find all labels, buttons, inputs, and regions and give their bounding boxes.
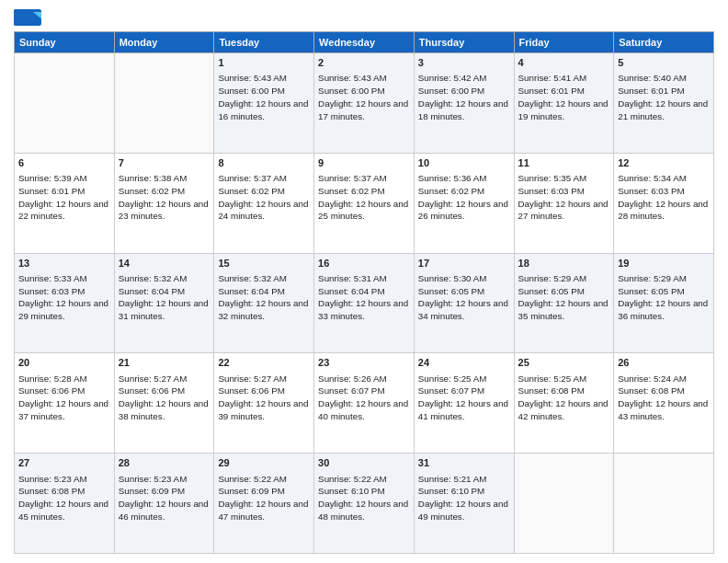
cell-day-number: 9 — [318, 156, 410, 170]
cell-day-number: 12 — [618, 156, 710, 170]
cell-day-number: 7 — [119, 156, 210, 170]
col-saturday: Saturday — [614, 32, 714, 53]
table-row: 15Sunrise: 5:32 AM Sunset: 6:04 PM Dayli… — [214, 253, 314, 353]
cell-day-number: 30 — [318, 456, 410, 470]
header-row: Sunday Monday Tuesday Wednesday Thursday… — [15, 32, 714, 53]
cell-sun-info: Sunrise: 5:25 AM Sunset: 6:08 PM Dayligh… — [518, 373, 610, 423]
cell-sun-info: Sunrise: 5:32 AM Sunset: 6:04 PM Dayligh… — [119, 272, 210, 323]
cell-day-number: 8 — [218, 156, 310, 170]
table-row: 12Sunrise: 5:34 AM Sunset: 6:03 PM Dayli… — [614, 153, 714, 253]
calendar-week-row: 1Sunrise: 5:43 AM Sunset: 6:00 PM Daylig… — [15, 53, 714, 154]
cell-day-number: 25 — [518, 356, 610, 370]
table-row: 29Sunrise: 5:22 AM Sunset: 6:09 PM Dayli… — [214, 454, 314, 554]
table-row: 14Sunrise: 5:32 AM Sunset: 6:04 PM Dayli… — [114, 253, 214, 353]
cell-sun-info: Sunrise: 5:37 AM Sunset: 6:02 PM Dayligh… — [318, 172, 410, 223]
table-row — [614, 454, 714, 554]
cell-sun-info: Sunrise: 5:28 AM Sunset: 6:06 PM Dayligh… — [18, 373, 110, 423]
cell-sun-info: Sunrise: 5:36 AM Sunset: 6:02 PM Dayligh… — [418, 172, 510, 223]
cell-sun-info: Sunrise: 5:23 AM Sunset: 6:08 PM Dayligh… — [18, 473, 110, 523]
calendar-week-row: 6Sunrise: 5:39 AM Sunset: 6:01 PM Daylig… — [15, 153, 714, 253]
col-friday: Friday — [514, 32, 614, 53]
cell-sun-info: Sunrise: 5:26 AM Sunset: 6:07 PM Dayligh… — [318, 373, 410, 423]
cell-day-number: 2 — [318, 56, 410, 70]
table-row: 25Sunrise: 5:25 AM Sunset: 6:08 PM Dayli… — [514, 353, 614, 454]
table-row: 6Sunrise: 5:39 AM Sunset: 6:01 PM Daylig… — [15, 153, 115, 253]
cell-sun-info: Sunrise: 5:24 AM Sunset: 6:08 PM Dayligh… — [618, 373, 710, 423]
cell-day-number: 26 — [618, 356, 710, 370]
cell-day-number: 4 — [518, 56, 610, 70]
col-tuesday: Tuesday — [214, 32, 314, 53]
table-row: 4Sunrise: 5:41 AM Sunset: 6:01 PM Daylig… — [514, 53, 614, 154]
cell-day-number: 24 — [418, 356, 510, 370]
cell-day-number: 31 — [418, 456, 510, 470]
col-sunday: Sunday — [15, 32, 115, 53]
cell-sun-info: Sunrise: 5:42 AM Sunset: 6:00 PM Dayligh… — [418, 72, 510, 122]
calendar-week-row: 27Sunrise: 5:23 AM Sunset: 6:08 PM Dayli… — [15, 454, 714, 554]
cell-sun-info: Sunrise: 5:25 AM Sunset: 6:07 PM Dayligh… — [418, 373, 510, 423]
cell-sun-info: Sunrise: 5:23 AM Sunset: 6:09 PM Dayligh… — [119, 473, 210, 523]
cell-sun-info: Sunrise: 5:34 AM Sunset: 6:03 PM Dayligh… — [618, 172, 710, 223]
table-row — [514, 454, 614, 554]
cell-day-number: 16 — [318, 257, 410, 270]
cell-sun-info: Sunrise: 5:29 AM Sunset: 6:05 PM Dayligh… — [618, 272, 710, 323]
table-row — [114, 53, 214, 154]
cell-day-number: 1 — [218, 56, 310, 70]
table-row: 31Sunrise: 5:21 AM Sunset: 6:10 PM Dayli… — [414, 454, 514, 554]
table-row: 7Sunrise: 5:38 AM Sunset: 6:02 PM Daylig… — [114, 153, 214, 253]
cell-day-number: 14 — [119, 257, 210, 270]
cell-sun-info: Sunrise: 5:40 AM Sunset: 6:01 PM Dayligh… — [618, 72, 710, 122]
cell-day-number: 20 — [18, 356, 110, 370]
col-monday: Monday — [114, 32, 214, 53]
cell-day-number: 5 — [618, 56, 710, 70]
cell-day-number: 11 — [518, 156, 610, 170]
cell-day-number: 29 — [218, 456, 310, 470]
cell-day-number: 13 — [18, 257, 110, 270]
cell-day-number: 15 — [218, 257, 310, 270]
cell-sun-info: Sunrise: 5:27 AM Sunset: 6:06 PM Dayligh… — [218, 373, 310, 423]
table-row: 20Sunrise: 5:28 AM Sunset: 6:06 PM Dayli… — [15, 353, 115, 454]
cell-day-number: 6 — [18, 156, 110, 170]
cell-sun-info: Sunrise: 5:38 AM Sunset: 6:02 PM Dayligh… — [119, 172, 210, 223]
table-row: 24Sunrise: 5:25 AM Sunset: 6:07 PM Dayli… — [414, 353, 514, 454]
cell-sun-info: Sunrise: 5:39 AM Sunset: 6:01 PM Dayligh… — [18, 172, 110, 223]
cell-sun-info: Sunrise: 5:22 AM Sunset: 6:10 PM Dayligh… — [318, 473, 410, 523]
table-row — [15, 53, 115, 154]
table-row: 2Sunrise: 5:43 AM Sunset: 6:00 PM Daylig… — [314, 53, 415, 154]
table-row: 11Sunrise: 5:35 AM Sunset: 6:03 PM Dayli… — [514, 153, 614, 253]
svg-rect-2 — [14, 9, 32, 26]
calendar-week-row: 13Sunrise: 5:33 AM Sunset: 6:03 PM Dayli… — [15, 253, 714, 353]
logo — [14, 9, 45, 26]
cell-day-number: 27 — [18, 456, 110, 470]
cell-sun-info: Sunrise: 5:30 AM Sunset: 6:05 PM Dayligh… — [418, 272, 510, 323]
cell-sun-info: Sunrise: 5:27 AM Sunset: 6:06 PM Dayligh… — [119, 373, 210, 423]
cell-day-number: 17 — [418, 257, 510, 270]
table-row: 5Sunrise: 5:40 AM Sunset: 6:01 PM Daylig… — [614, 53, 714, 154]
cell-sun-info: Sunrise: 5:32 AM Sunset: 6:04 PM Dayligh… — [218, 272, 310, 323]
table-row: 23Sunrise: 5:26 AM Sunset: 6:07 PM Dayli… — [314, 353, 415, 454]
cell-sun-info: Sunrise: 5:35 AM Sunset: 6:03 PM Dayligh… — [518, 172, 610, 223]
table-row: 18Sunrise: 5:29 AM Sunset: 6:05 PM Dayli… — [514, 253, 614, 353]
cell-sun-info: Sunrise: 5:43 AM Sunset: 6:00 PM Dayligh… — [318, 72, 410, 122]
table-row: 19Sunrise: 5:29 AM Sunset: 6:05 PM Dayli… — [614, 253, 714, 353]
table-row: 9Sunrise: 5:37 AM Sunset: 6:02 PM Daylig… — [314, 153, 415, 253]
table-row: 28Sunrise: 5:23 AM Sunset: 6:09 PM Dayli… — [114, 454, 214, 554]
cell-day-number: 10 — [418, 156, 510, 170]
table-row: 10Sunrise: 5:36 AM Sunset: 6:02 PM Dayli… — [414, 153, 514, 253]
table-row: 1Sunrise: 5:43 AM Sunset: 6:00 PM Daylig… — [214, 53, 314, 154]
table-row: 26Sunrise: 5:24 AM Sunset: 6:08 PM Dayli… — [614, 353, 714, 454]
cell-sun-info: Sunrise: 5:41 AM Sunset: 6:01 PM Dayligh… — [518, 72, 610, 122]
cell-day-number: 3 — [418, 56, 510, 70]
cell-sun-info: Sunrise: 5:31 AM Sunset: 6:04 PM Dayligh… — [318, 272, 410, 323]
cell-sun-info: Sunrise: 5:21 AM Sunset: 6:10 PM Dayligh… — [418, 473, 510, 523]
cell-day-number: 19 — [618, 257, 710, 270]
table-row: 8Sunrise: 5:37 AM Sunset: 6:02 PM Daylig… — [214, 153, 314, 253]
calendar-week-row: 20Sunrise: 5:28 AM Sunset: 6:06 PM Dayli… — [15, 353, 714, 454]
header — [14, 9, 714, 26]
table-row: 3Sunrise: 5:42 AM Sunset: 6:00 PM Daylig… — [414, 53, 514, 154]
cell-day-number: 18 — [518, 257, 610, 270]
page: Sunday Monday Tuesday Wednesday Thursday… — [0, 0, 728, 563]
cell-day-number: 22 — [218, 356, 310, 370]
cell-sun-info: Sunrise: 5:37 AM Sunset: 6:02 PM Dayligh… — [218, 172, 310, 223]
table-row: 27Sunrise: 5:23 AM Sunset: 6:08 PM Dayli… — [15, 454, 115, 554]
calendar-header: Sunday Monday Tuesday Wednesday Thursday… — [15, 32, 714, 53]
